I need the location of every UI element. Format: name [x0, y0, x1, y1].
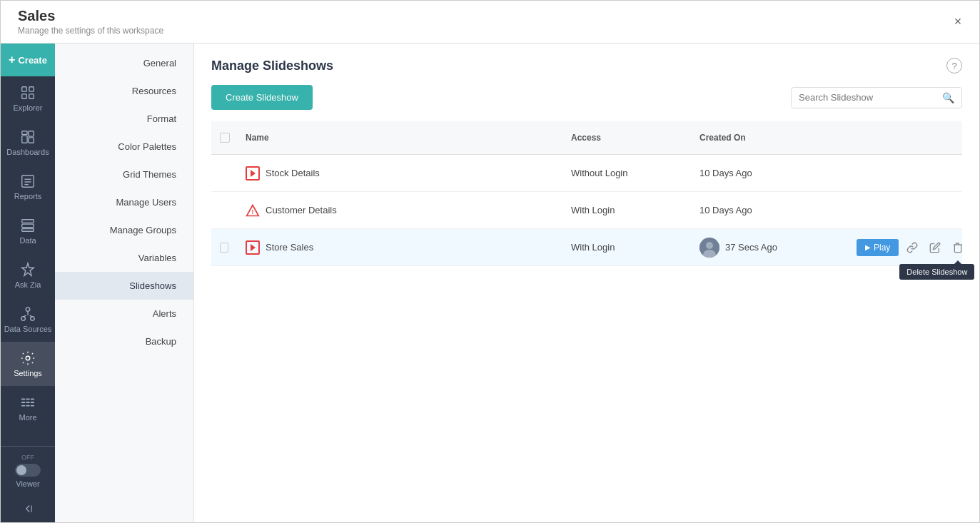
plus-icon: +: [9, 54, 15, 66]
delete-button[interactable]: [949, 238, 967, 257]
sidebar-explorer-label: Explorer: [14, 103, 43, 112]
toggle-knob: [16, 465, 26, 475]
sidebar-data-sources-label: Data Sources: [4, 325, 52, 333]
settings-menu-variables[interactable]: Variables: [55, 244, 193, 272]
svg-point-21: [26, 356, 30, 360]
viewer-label: Viewer: [16, 479, 39, 488]
row1-access: Without Login: [571, 168, 628, 178]
svg-rect-22: [21, 399, 25, 400]
row1-name: Stock Details: [266, 168, 320, 178]
create-button[interactable]: + Create: [1, 44, 55, 76]
create-slideshow-button[interactable]: Create Slideshow: [211, 85, 313, 110]
link-icon: [906, 242, 918, 253]
more-icon: [20, 395, 36, 410]
svg-rect-12: [22, 220, 34, 223]
svg-rect-23: [26, 399, 30, 400]
link-button[interactable]: [903, 238, 921, 257]
svg-rect-25: [21, 402, 25, 403]
col-header-checkbox: [211, 127, 237, 148]
slideshow-table: Name Access Created On Stock Details: [194, 121, 979, 522]
svg-rect-6: [22, 136, 27, 143]
table-row: Stock Details Without Login 10 Days Ago: [211, 155, 962, 192]
dashboards-icon: [20, 129, 36, 145]
sidebar-item-reports[interactable]: Reports: [1, 165, 55, 209]
row1-name-cell: Stock Details: [237, 159, 562, 188]
search-input[interactable]: [799, 92, 938, 103]
slideshow-icon: [246, 240, 260, 255]
svg-rect-0: [22, 87, 26, 91]
collapse-button[interactable]: [1, 495, 55, 522]
page-title: Manage Slideshows: [211, 59, 333, 73]
row2-access-cell: With Login: [562, 198, 691, 223]
svg-rect-3: [29, 94, 34, 98]
delete-icon: [952, 242, 964, 253]
row3-name-cell: Store Sales: [237, 233, 562, 262]
row2-created: 10 Days Ago: [699, 205, 752, 215]
app-window: Sales Manage the settings of this worksp…: [0, 0, 980, 523]
viewer-toggle-switch[interactable]: [15, 464, 41, 477]
row3-access-cell: With Login: [562, 235, 691, 260]
sidebar-bottom: OFF Viewer: [1, 446, 55, 522]
reports-icon: [20, 173, 36, 189]
table-row: Store Sales With Login 37: [211, 229, 962, 266]
sidebar-item-settings[interactable]: Settings: [1, 342, 55, 386]
data-icon: [20, 218, 36, 233]
table-header: Name Access Created On: [211, 121, 962, 155]
settings-menu-color-palettes[interactable]: Color Palettes: [55, 133, 193, 161]
header-checkbox[interactable]: [220, 133, 230, 143]
svg-rect-13: [22, 224, 34, 228]
settings-menu-backup[interactable]: Backup: [55, 327, 193, 355]
settings-menu-general[interactable]: General: [55, 49, 193, 77]
main-layout: + Create Explorer Dashboards: [1, 44, 979, 522]
row2-name-cell: ! Customer Details: [237, 196, 562, 225]
row1-access-cell: Without Login: [562, 161, 691, 186]
edit-button[interactable]: [926, 238, 944, 257]
row2-checkbox-cell: [211, 203, 237, 218]
sidebar-item-more[interactable]: More: [1, 386, 55, 430]
settings-menu-grid-themes[interactable]: Grid Themes: [55, 161, 193, 188]
svg-rect-30: [31, 405, 34, 407]
row3-created: 37 Secs Ago: [725, 242, 777, 253]
svg-rect-27: [31, 402, 34, 403]
settings-menu-manage-users[interactable]: Manage Users: [55, 188, 193, 216]
sidebar-item-ask-zia[interactable]: Ask Zia: [1, 253, 55, 298]
edit-icon: [929, 242, 941, 253]
svg-point-35: [706, 242, 713, 249]
settings-menu-alerts[interactable]: Alerts: [55, 300, 193, 327]
table-row: ! Customer Details With Login 10 Days Ag…: [211, 192, 962, 229]
sidebar-item-data-sources[interactable]: Data Sources: [1, 298, 55, 342]
settings-icon: [20, 350, 36, 366]
sidebar-data-label: Data: [19, 236, 36, 245]
sidebar-item-explorer[interactable]: Explorer: [1, 76, 55, 121]
settings-menu-slideshows[interactable]: Slideshows: [55, 272, 193, 300]
row3-created-cell: 37 Secs Ago: [691, 230, 848, 265]
sidebar: + Create Explorer Dashboards: [1, 44, 55, 522]
row1-created: 10 Days Ago: [699, 168, 752, 178]
sidebar-item-data[interactable]: Data: [1, 209, 55, 253]
col-header-created-on: Created On: [691, 127, 848, 148]
sidebar-item-dashboards[interactable]: Dashboards: [1, 121, 55, 165]
svg-rect-14: [22, 229, 34, 232]
search-icon: 🔍: [942, 92, 954, 103]
viewer-toggle-area: OFF Viewer: [1, 447, 55, 495]
settings-menu-resources[interactable]: Resources: [55, 77, 193, 105]
help-icon[interactable]: ?: [946, 58, 962, 73]
row3-checkbox[interactable]: [220, 243, 228, 253]
svg-rect-26: [26, 402, 30, 403]
row2-name: Customer Details: [266, 205, 337, 215]
svg-rect-8: [22, 176, 34, 188]
title-area: Sales Manage the settings of this worksp…: [12, 8, 948, 36]
close-button[interactable]: ×: [948, 12, 968, 32]
play-button[interactable]: Play: [857, 239, 899, 256]
search-box: 🔍: [791, 87, 962, 108]
row2-created-cell: 10 Days Ago: [691, 198, 848, 223]
slideshow-icon: [246, 166, 260, 181]
settings-menu-format[interactable]: Format: [55, 105, 193, 133]
warning-icon: !: [246, 203, 260, 218]
ask-zia-icon: [20, 262, 36, 278]
col-header-name: Name: [237, 127, 562, 148]
settings-menu-manage-groups[interactable]: Manage Groups: [55, 216, 193, 244]
viewer-off-label: OFF: [21, 454, 34, 461]
settings-menu: General Resources Format Color Palettes …: [55, 44, 194, 522]
content-header: Manage Slideshows ?: [194, 44, 979, 85]
